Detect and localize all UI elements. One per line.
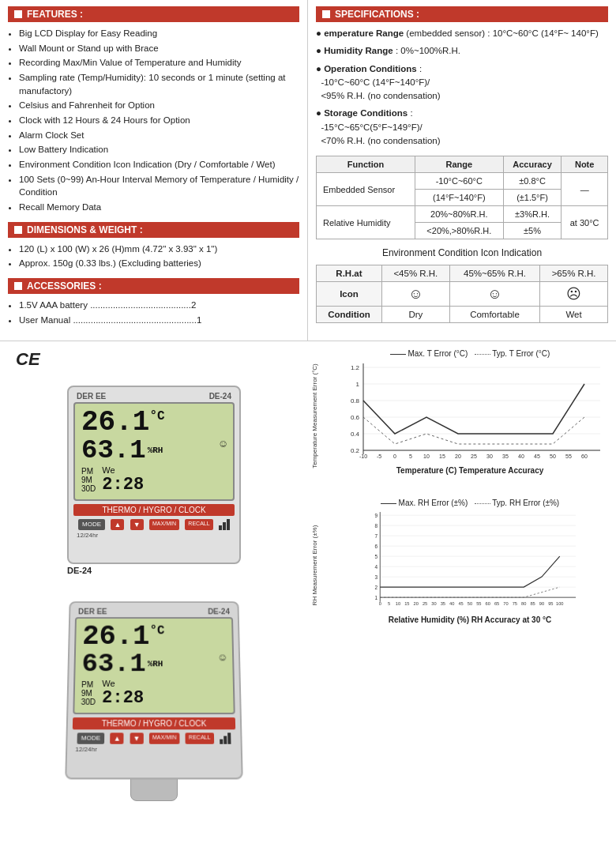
device-buttons-1: MODE ▲ ▼ MAX/MIN RECALL	[73, 516, 235, 532]
svg-text:1: 1	[356, 381, 360, 388]
env-rhat-header: R.H.at	[317, 265, 382, 282]
up-btn-1[interactable]: ▲	[111, 519, 124, 530]
cell-acc1: ±0.8°C	[503, 173, 562, 190]
device-label-1: DE-24	[67, 566, 241, 575]
svg-text:6: 6	[374, 544, 377, 549]
col-note: Note	[562, 156, 608, 173]
svg-text:55: 55	[476, 601, 481, 606]
cell-embedded: Embedded Sensor	[317, 173, 415, 206]
svg-text:0.4: 0.4	[351, 431, 360, 438]
dn-btn-2[interactable]: ▼	[130, 733, 143, 744]
features-list: Big LCD Display for Easy Reading Wall Mo…	[8, 27, 299, 214]
env-icon-row: Icon ☺ ☺ ☹	[317, 282, 608, 307]
svg-text:80: 80	[521, 601, 526, 606]
cell-note2: at 30°C	[562, 206, 608, 239]
device-label-strip-1: THERMO / HYGRO / CLOCK	[73, 504, 235, 516]
condition-wet: Wet	[540, 307, 608, 323]
bars-1	[219, 519, 230, 530]
temp-chart-xlabel: Temperature (C) Temperature Accuracy	[329, 466, 611, 475]
lcd-1: 26.1°C 63.1 %RH ☺ PM 9M 30D	[73, 402, 235, 501]
svg-text:40: 40	[518, 453, 524, 459]
condition-comfortable: Comfortable	[449, 307, 539, 323]
lcd-temp-1: 26.1°C	[81, 408, 227, 437]
list-item: Wall Mount or Stand up with Brace	[19, 42, 299, 55]
list-item: 120 (L) x 100 (W) x 26 (H)mm (4.72" x 3.…	[19, 243, 299, 256]
temp-chart-legend: Max. T Error (°C) Typ. T Error (°C)	[329, 349, 611, 358]
env-col2: 45%~65% R.H.	[449, 265, 539, 282]
svg-text:30: 30	[431, 601, 436, 606]
lcd-humid-1: 63.1 %RH ☺	[81, 437, 227, 464]
dimensions-list: 120 (L) x 100 (W) x 26 (H)mm (4.72" x 3.…	[8, 243, 299, 270]
temp-chart: Max. T Error (°C) Typ. T Error (°C)	[329, 349, 611, 475]
svg-text:45: 45	[534, 453, 540, 459]
cell-humid: Relative Humidity	[317, 206, 415, 239]
temp-ylabel: Temperature Measurement Error (°C)	[311, 363, 318, 469]
svg-text:2: 2	[374, 585, 377, 590]
maxmin-btn-1[interactable]: MAX/MIN	[149, 519, 179, 530]
env-condition-row: Condition Dry Comfortable Wet	[317, 307, 608, 323]
spec-table: Function Range Accuracy Note Embedded Se…	[316, 156, 608, 239]
list-item: Low Battery Indication	[19, 143, 299, 156]
svg-text:-5: -5	[377, 453, 381, 459]
recall-btn-1[interactable]: RECALL	[185, 519, 212, 530]
svg-text:10: 10	[396, 601, 400, 606]
up-btn-2[interactable]: ▲	[111, 733, 124, 744]
svg-text:0.8: 0.8	[351, 397, 360, 405]
device-footer-1: 12/24hr	[73, 532, 235, 539]
device-brand-2: DER EE DE-24	[75, 608, 233, 617]
svg-text:5: 5	[374, 554, 377, 559]
list-item: Approx. 150g (0.33 lbs.) (Excluding batt…	[19, 257, 299, 270]
svg-text:100: 100	[556, 601, 563, 606]
cell-acc4: ±5%	[503, 223, 562, 239]
temp-chart-svg: 1.2 1 0.8 0.6 0.4 0.2 -10 -5 0 5 10 15 2…	[329, 359, 611, 462]
env-col1: <45% R.H.	[381, 265, 449, 282]
cell-note1: —	[562, 173, 608, 206]
icon-comfortable: ☺	[449, 282, 539, 307]
svg-text:20: 20	[455, 453, 461, 459]
svg-text:85: 85	[530, 601, 535, 606]
bottom-section: CE DER EE DE-24 26.1°C 63.1 %RH	[0, 341, 616, 809]
svg-text:60: 60	[581, 453, 588, 459]
humid-chart-xlabel: Relative Humidity (%) RH Accuracy at 30 …	[329, 615, 611, 624]
svg-text:30: 30	[486, 453, 493, 459]
svg-text:35: 35	[502, 453, 509, 459]
accessories-header: ACCESSORIES :	[8, 278, 299, 294]
list-item: 1.5V AAA battery .......................…	[19, 299, 299, 312]
svg-text:5: 5	[409, 453, 412, 459]
device-label-strip-2: THERMO / HYGRO / CLOCK	[73, 718, 235, 730]
svg-text:0.2: 0.2	[351, 447, 360, 454]
specs-header: SPECIFICATIONS :	[316, 6, 608, 22]
list-item: User Manual ............................…	[19, 314, 299, 327]
device-outer-2: DER EE DE-24 26.1°C 63.1 %RH ☺	[65, 602, 243, 780]
svg-text:3: 3	[374, 574, 377, 580]
svg-text:20: 20	[414, 601, 419, 606]
lcd-humid-2: 63.1 %RH ☺	[81, 651, 226, 677]
svg-text:0: 0	[393, 453, 396, 459]
left-column: FEATURES : Big LCD Display for Easy Read…	[0, 0, 308, 341]
lcd-clock-2: PM 9M 30D We 2:28	[81, 679, 227, 708]
bars-2	[220, 733, 231, 744]
maxmin-btn-2[interactable]: MAX/MIN	[149, 733, 180, 744]
svg-text:95: 95	[548, 601, 553, 606]
recall-btn-2[interactable]: RECALL	[186, 733, 214, 744]
svg-text:35: 35	[441, 601, 445, 606]
mode-btn-1[interactable]: MODE	[78, 519, 105, 530]
env-caption: Environment Condition Icon Indication	[316, 247, 608, 258]
cell-range1: -10°C~60°C	[415, 173, 503, 190]
svg-text:15: 15	[439, 453, 445, 459]
table-row: Embedded Sensor -10°C~60°C ±0.8°C —	[317, 173, 608, 190]
svg-text:60: 60	[486, 601, 490, 606]
mode-btn-2[interactable]: MODE	[77, 733, 105, 744]
spec-op: ● Operation Conditions : -10°C~60°C (14°…	[316, 62, 608, 103]
lcd-2: 26.1°C 63.1 %RH ☺ PM 9M 30D	[73, 618, 235, 715]
svg-text:0.6: 0.6	[351, 414, 360, 421]
condition-label: Condition	[317, 307, 382, 323]
list-item: Recording Max/Min Value of Temperature a…	[19, 56, 299, 70]
col-function: Function	[317, 156, 415, 173]
svg-text:4: 4	[374, 564, 377, 570]
svg-text:1.2: 1.2	[351, 364, 360, 371]
stand-brace	[130, 777, 178, 801]
accessories-list: 1.5V AAA battery .......................…	[8, 299, 299, 326]
lcd-clock-1: PM 9M 30D We 2:28	[81, 465, 227, 495]
dn-btn-1[interactable]: ▼	[130, 519, 144, 530]
